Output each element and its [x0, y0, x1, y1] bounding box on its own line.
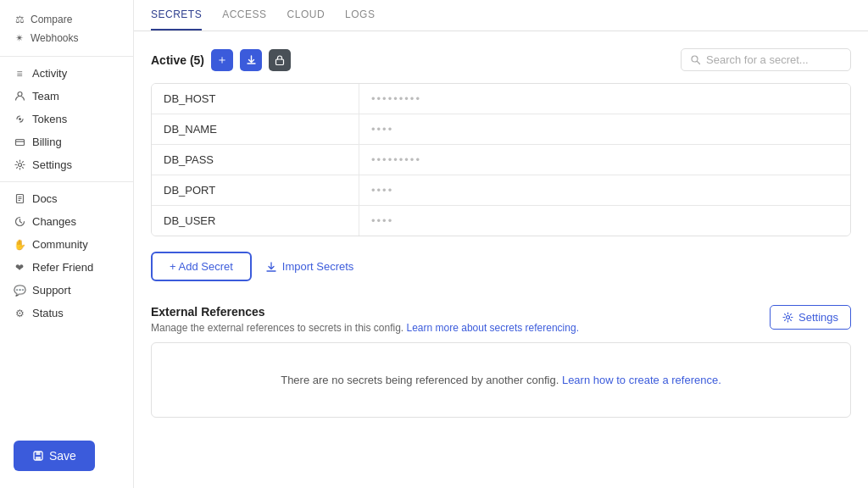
svg-point-1 [19, 118, 21, 120]
add-secret-icon-btn[interactable]: ＋ [211, 49, 233, 71]
search-icon [690, 54, 701, 65]
add-secret-button[interactable]: + Add Secret [151, 252, 252, 281]
ext-ref-settings-button[interactable]: Settings [770, 305, 851, 330]
learn-more-link[interactable]: Learn more about secrets referencing. [407, 322, 579, 334]
sidebar-item-community[interactable]: ✋ Community [0, 233, 133, 256]
secret-key-db-host: DB_HOST [152, 84, 359, 114]
sidebar-item-docs[interactable]: Docs [0, 187, 133, 210]
svg-line-12 [698, 62, 700, 64]
sidebar-community-label: Community [32, 238, 88, 251]
billing-icon [14, 136, 25, 148]
sidebar-activity-label: Activity [32, 67, 67, 80]
sidebar-item-team[interactable]: Team [0, 85, 133, 108]
sidebar-item-refer-friend[interactable]: ❤ Refer Friend [0, 256, 133, 279]
divider-mid [0, 181, 133, 182]
sidebar-docs-label: Docs [32, 192, 58, 205]
sidebar-item-status[interactable]: ⚙ Status [0, 302, 133, 324]
secret-key-db-name: DB_NAME [152, 114, 359, 144]
ext-ref-title: External References [151, 305, 579, 319]
sidebar-item-settings[interactable]: Settings [0, 153, 133, 176]
no-refs-message: There are no secrets being referenced by… [281, 374, 559, 386]
settings-icon [14, 159, 25, 171]
activity-icon: ≡ [14, 68, 25, 80]
sidebar-tokens-label: Tokens [32, 113, 67, 125]
gear-icon [782, 312, 793, 323]
status-icon: ⚙ [14, 308, 25, 319]
ext-settings-label: Settings [798, 311, 838, 324]
docs-icon [14, 193, 25, 205]
svg-point-0 [18, 92, 22, 97]
section-title-row: Active (5) ＋ [151, 49, 291, 71]
sidebar-item-billing[interactable]: Billing [0, 130, 133, 153]
tab-secrets[interactable]: SECRETS [151, 0, 202, 30]
action-row: + Add Secret Import Secrets [151, 252, 851, 281]
sidebar-webhooks-label: Webhooks [31, 32, 78, 44]
search-box [681, 48, 851, 71]
tab-cloud[interactable]: CLOUD [287, 0, 326, 30]
save-button[interactable]: Save [14, 441, 95, 471]
ext-ref-desc: Manage the external references to secret… [151, 322, 579, 334]
ext-ref-info: External References Manage the external … [151, 305, 579, 334]
create-reference-link[interactable]: Learn how to create a reference. [562, 374, 721, 386]
external-references-header: External References Manage the external … [151, 305, 851, 334]
sidebar-support-label: Support [32, 284, 71, 297]
webhooks-icon: ✴ [14, 32, 25, 44]
sidebar-status-label: Status [32, 307, 64, 319]
secret-value-db-pass: ••••••••• [359, 145, 850, 175]
secret-value-db-port: •••• [359, 175, 850, 205]
svg-rect-17 [36, 457, 41, 460]
svg-point-14 [787, 316, 790, 319]
tab-access[interactable]: ACCESS [222, 0, 266, 30]
download-icon-btn[interactable] [240, 49, 262, 71]
table-row: DB_PORT •••• [152, 175, 850, 206]
table-row: DB_PASS ••••••••• [152, 145, 850, 175]
sidebar-item-compare[interactable]: ⚖ Compare [14, 10, 120, 29]
sidebar-changes-label: Changes [32, 215, 76, 228]
secret-key-db-port: DB_PORT [152, 175, 359, 205]
import-label: Import Secrets [282, 260, 354, 273]
compare-icon: ⚖ [14, 14, 25, 25]
secret-key-db-user: DB_USER [152, 206, 359, 236]
search-input[interactable] [706, 53, 842, 66]
secret-value-db-user: •••• [359, 206, 850, 236]
secrets-table: DB_HOST ••••••••• DB_NAME •••• DB_PASS •… [151, 83, 851, 236]
sidebar-billing-label: Billing [32, 136, 62, 148]
tab-logs[interactable]: LOGS [345, 0, 375, 30]
sidebar-item-tokens[interactable]: Tokens [0, 108, 133, 130]
active-section-header: Active (5) ＋ [151, 48, 851, 71]
secret-value-db-host: ••••••••• [359, 84, 850, 114]
save-label: Save [49, 449, 76, 463]
sidebar-item-changes[interactable]: Changes [0, 210, 133, 233]
changes-icon [14, 216, 25, 228]
svg-point-11 [692, 56, 698, 62]
team-icon [14, 91, 25, 103]
tokens-icon [14, 114, 25, 125]
sidebar-item-activity[interactable]: ≡ Activity [0, 62, 133, 85]
sidebar-settings-label: Settings [32, 158, 72, 171]
active-title: Active (5) [151, 53, 204, 67]
table-row: DB_HOST ••••••••• [152, 84, 850, 114]
svg-rect-10 [276, 59, 284, 65]
import-secrets-button[interactable]: Import Secrets [265, 260, 354, 273]
import-icon [265, 261, 277, 273]
secret-value-db-name: •••• [359, 114, 850, 144]
svg-point-4 [18, 164, 21, 167]
support-icon: 💬 [14, 285, 25, 297]
table-row: DB_USER •••• [152, 206, 850, 236]
sidebar-item-support[interactable]: 💬 Support [0, 279, 133, 302]
sidebar-item-webhooks[interactable]: ✴ Webhooks [14, 29, 120, 47]
svg-rect-16 [36, 452, 41, 455]
divider-top [0, 56, 133, 57]
secret-key-db-pass: DB_PASS [152, 145, 359, 175]
main-content: SECRETS ACCESS CLOUD LOGS Active (5) ＋ [134, 0, 868, 488]
sidebar: ⚖ Compare ✴ Webhooks ≡ Activity Team Tok… [0, 0, 134, 488]
save-icon [32, 450, 44, 462]
lock-icon-btn[interactable] [269, 49, 291, 71]
community-icon: ✋ [14, 239, 25, 251]
content-area: Active (5) ＋ DB_HOST ••••••••• DB_ [134, 31, 868, 488]
table-row: DB_NAME •••• [152, 114, 850, 145]
svg-rect-2 [15, 140, 24, 146]
sidebar-team-label: Team [32, 90, 59, 103]
sidebar-top-section: ⚖ Compare ✴ Webhooks [0, 7, 133, 51]
tab-bar: SECRETS ACCESS CLOUD LOGS [134, 0, 868, 31]
